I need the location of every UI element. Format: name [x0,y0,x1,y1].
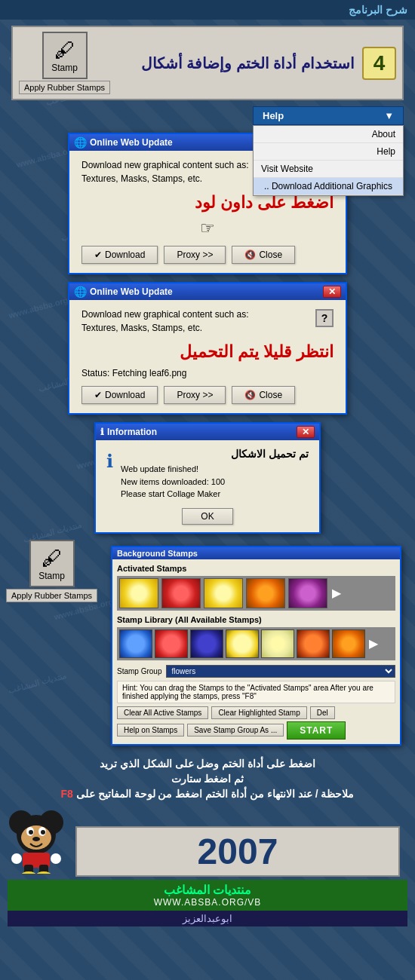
menu-item-about[interactable]: About [254,126,403,143]
scroll-right-arrow[interactable]: ▶ [330,586,343,600]
note-text: / عند الانتهاء من أداة الختم اضغط من لوح… [76,788,318,800]
info-ok-button[interactable]: OK [182,508,232,525]
lib-thumb-6[interactable] [297,629,330,658]
apply-stamps-button-2[interactable]: Apply Rubber Stamps [6,589,97,602]
stamp-thumb-3[interactable] [204,578,243,608]
stamp-thumb-2[interactable] [161,578,201,608]
dialog-arabic-2: انتظر قليلا يتم التحميل [81,342,334,362]
dialog-buttons-1: ✔ Download Proxy >> 🔇 Close [81,246,334,264]
menu-trigger-label: Help [263,110,284,121]
download-checkmark-1: ✔ [94,250,102,260]
lib-thumb-5[interactable] [261,629,294,658]
header-title: شرح البرنامج [349,4,407,16]
info-titlebar: ℹ Information ✕ [96,424,319,440]
svg-point-14 [11,853,22,864]
info-title: Information [107,427,157,437]
download-button-1[interactable]: ✔ Download [81,246,158,264]
f8-text: F8 [61,788,73,800]
stamps-sidebar: 🖋 Stamp Apply Rubber Stamps [6,540,97,752]
stamps-panel: Background Stamps Activated Stamps ▶ Sta… [111,546,401,746]
library-row: ▶ [117,627,395,660]
dialog-buttons-2: ✔ Download Proxy >> 🔇 Close [81,386,334,404]
info-close-btn[interactable]: ✕ [297,426,315,438]
stamps-sidebar-icon-symbol: 🖋 [42,547,63,570]
stamps-panel-title: Background Stamps [112,547,400,559]
instruction-note: ملاحظة / عند الانتهاء من أداة الختم اضغط… [8,788,407,800]
close-icon-1: 🔇 [244,250,256,260]
start-btn[interactable]: START [287,721,346,740]
svg-point-6 [29,830,33,835]
dialog-title-1: Online Web Update [90,137,173,148]
step-badge: 4 [362,47,396,80]
step-title: استخدام أداة الختم وإضافة أشكال [118,54,355,72]
clear-highlighted-btn[interactable]: Clear Highlighted Stamp [211,706,306,719]
dialog-icon-2: 🌐 [74,286,87,298]
year-display: 2007 [75,826,400,877]
menu-item-download[interactable]: .. Download Additional Graphics [254,178,403,195]
info-icon-title: ℹ [100,427,104,437]
scroll-right-arrow-lib[interactable]: ▶ [367,636,380,651]
download-button-2[interactable]: ✔ Download [81,386,158,404]
help-menu-trigger[interactable]: Help ▼ [253,106,404,125]
stamp-group-row: Stamp Group flowers [117,665,395,678]
stamp-group-select[interactable]: flowers [166,665,395,678]
download-checkmark-2: ✔ [94,390,102,400]
note-label: ملاحظة [321,788,354,800]
del-btn[interactable]: Del [310,706,335,719]
svg-point-15 [51,853,61,864]
info-dialog: ℹ Information ✕ ℹ تم تحميل الاشكال Web u… [94,422,321,534]
lib-thumb-7[interactable] [332,629,365,658]
proxy-button-1[interactable]: Proxy >> [164,246,226,264]
help-stamps-btn[interactable]: Help on Stamps [117,724,184,737]
lib-thumb-4[interactable] [226,629,259,658]
stamp-thumb-4[interactable] [246,578,285,608]
stamps-btn-row-1: Clear All Active Stamps Clear Highlighte… [117,706,395,719]
stamp-icon-box: 🖋 Stamp [42,32,88,79]
author-name: ابوعبدالعزيز [8,911,407,926]
info-content: ℹ تم تحميل الاشكال Web update finished! … [96,440,319,508]
hint-text: Hint: You can drag the Stamps to the "Ac… [117,681,395,703]
dialog-title-2: Online Web Update [90,286,173,297]
forum-footer: منتديات المشاغب WWW.ABSBA.ORG/VB [8,880,407,911]
dialog-status-2: Status: Fetching leaf6.png [81,368,334,378]
stamps-btn-row-2: Help on Stamps Save Stamp Group As ... S… [117,721,395,740]
instruction-line1: اضغط على أداة الختم وضل على الشكل الذي ت… [8,758,407,770]
dialog-fetching: 🌐 Online Web Update ✕ Download new graph… [68,282,347,415]
stamps-sidebar-label: Stamp [35,571,69,581]
stamp-icon: 🖋 [48,38,81,63]
close-button-2[interactable]: 🔇 Close [232,386,295,404]
stamp-thumb-1[interactable] [119,578,158,608]
info-line2: New items downloaded: 100 [121,476,309,488]
activated-stamps-row: ▶ [117,576,395,611]
clear-all-btn[interactable]: Clear All Active Stamps [117,706,208,719]
dialog-icon-1: 🌐 [74,136,87,149]
info-arabic-title: تم تحميل الاشكال [121,448,309,460]
info-line3: Please start Collage Maker [121,488,309,501]
bottom-instructions: اضغط على أداة الختم وضل على الشكل الذي ت… [8,758,407,800]
save-group-btn[interactable]: Save Stamp Group As ... [187,724,284,737]
stamp-section-header: 🖋 Stamp Apply Rubber Stamps استخدام أداة… [11,26,404,100]
mickey-character [8,806,68,877]
lib-thumb-3[interactable] [190,629,223,658]
stamps-panel-content: Activated Stamps ▶ Stamp Library (All Av… [112,559,400,744]
help-icon-2: ? [315,309,334,327]
info-text-area: تم تحميل الاشكال Web update finished! Ne… [121,448,309,501]
svg-point-13 [36,871,51,874]
menu-item-visit[interactable]: Visit Website [254,161,403,178]
lib-thumb-2[interactable] [155,629,188,658]
dialog-titlebar-2: 🌐 Online Web Update ✕ [69,283,346,300]
dialog-close-btn-2[interactable]: ✕ [323,286,341,298]
svg-point-8 [32,837,40,841]
apply-stamps-button[interactable]: Apply Rubber Stamps [19,81,110,94]
stamp-thumb-5[interactable] [288,578,327,608]
proxy-button-2[interactable]: Proxy >> [164,386,226,404]
close-icon-2: 🔇 [244,390,256,400]
instruction-line2: ثم اضغط ستارت [8,773,407,785]
svg-point-7 [41,830,45,835]
info-line1: Web update finished! [121,463,309,476]
lib-thumb-1[interactable] [119,629,152,658]
menu-item-help[interactable]: Help [254,143,403,161]
close-button-1[interactable]: 🔇 Close [232,246,295,264]
stamps-sidebar-icon: 🖋 Stamp [29,540,75,587]
activated-stamps-label: Activated Stamps [117,564,395,573]
